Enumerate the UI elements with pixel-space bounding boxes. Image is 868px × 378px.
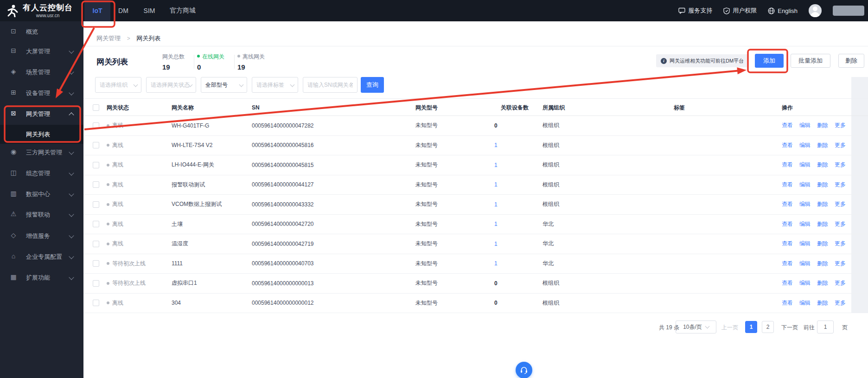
- edit-link[interactable]: 编辑: [799, 200, 811, 208]
- linked-devices-cell[interactable]: 1: [494, 254, 498, 274]
- linked-devices-cell[interactable]: 1: [494, 215, 498, 234]
- next-page-button[interactable]: 下一页: [781, 324, 798, 332]
- edit-link[interactable]: 编辑: [799, 279, 811, 287]
- delete-link[interactable]: 删除: [817, 181, 828, 189]
- tab-iot[interactable]: IoT: [84, 0, 110, 21]
- sidebar-item-gateway[interactable]: ⊠网关管理: [0, 107, 83, 120]
- row-checkbox[interactable]: [93, 221, 99, 227]
- view-link[interactable]: 查看: [782, 200, 793, 208]
- view-link[interactable]: 查看: [782, 161, 793, 169]
- page-number-2[interactable]: 2: [762, 321, 774, 333]
- sidebar-subitem-gateway-list[interactable]: 网关列表: [0, 125, 83, 144]
- more-link[interactable]: 更多: [835, 299, 846, 307]
- row-checkbox[interactable]: [93, 201, 99, 208]
- linked-devices-cell[interactable]: 1: [494, 195, 498, 214]
- delete-button[interactable]: 删除: [838, 54, 864, 68]
- add-button[interactable]: 添加: [755, 54, 784, 68]
- more-link[interactable]: 更多: [835, 181, 846, 189]
- user-permission-link[interactable]: 用户权限: [723, 6, 757, 15]
- sidebar-item-screen[interactable]: ⊟大屏管理: [0, 45, 83, 58]
- view-link[interactable]: 查看: [782, 141, 793, 149]
- sidebar-item-enterprise[interactable]: ⌂企业专属配置: [0, 250, 83, 263]
- linked-devices-cell[interactable]: 1: [494, 234, 498, 254]
- sidebar-item-overview[interactable]: ⊡概览: [0, 25, 83, 38]
- row-checkbox[interactable]: [93, 181, 99, 188]
- tab-sim[interactable]: SIM: [136, 0, 162, 21]
- delete-link[interactable]: 删除: [817, 279, 828, 287]
- gateway-status-select[interactable]: 请选择网关状态: [146, 77, 196, 93]
- customer-service-button[interactable]: [516, 362, 532, 378]
- delete-link[interactable]: 删除: [817, 161, 828, 169]
- row-checkbox[interactable]: [93, 162, 99, 168]
- more-link[interactable]: 更多: [835, 200, 846, 208]
- language-switch[interactable]: English: [768, 7, 798, 14]
- view-link[interactable]: 查看: [782, 279, 793, 287]
- page-number-1[interactable]: 1: [745, 321, 757, 333]
- more-link[interactable]: 更多: [835, 122, 846, 129]
- sn-search-input[interactable]: [303, 77, 357, 93]
- edit-link[interactable]: 编辑: [799, 141, 811, 149]
- edit-link[interactable]: 编辑: [799, 299, 811, 307]
- batch-add-button[interactable]: 批量添加: [791, 54, 830, 68]
- sidebar-item-label: 报警联动: [26, 211, 50, 219]
- edit-link[interactable]: 编辑: [799, 260, 811, 268]
- sidebar-item-value-added[interactable]: ◇增值服务: [0, 229, 83, 242]
- breadcrumb-parent[interactable]: 网关管理: [96, 35, 121, 42]
- goto-page-input[interactable]: [817, 320, 834, 333]
- delete-link[interactable]: 删除: [817, 260, 828, 268]
- breadcrumb-current: 网关列表: [136, 35, 160, 42]
- service-support-link[interactable]: 服务支持: [678, 6, 712, 15]
- view-link[interactable]: 查看: [782, 299, 793, 307]
- sidebar-item-scada[interactable]: ◫组态管理: [0, 167, 83, 179]
- delete-link[interactable]: 删除: [817, 220, 828, 228]
- sidebar-item-extension[interactable]: ▦扩展功能: [0, 271, 83, 284]
- sidebar-item-device[interactable]: ⊞设备管理: [0, 86, 83, 99]
- view-link[interactable]: 查看: [782, 220, 793, 228]
- edit-link[interactable]: 编辑: [799, 240, 811, 248]
- sidebar-item-third-party-gateway[interactable]: ◉三方网关管理: [0, 146, 83, 159]
- delete-link[interactable]: 删除: [817, 122, 828, 129]
- view-link[interactable]: 查看: [782, 181, 793, 189]
- delete-link[interactable]: 删除: [817, 299, 828, 307]
- more-link[interactable]: 更多: [835, 141, 846, 149]
- edit-link[interactable]: 编辑: [799, 122, 811, 129]
- sidebar-item-alarm[interactable]: ⚠报警联动: [0, 208, 83, 221]
- row-checkbox[interactable]: [93, 122, 99, 129]
- row-checkbox[interactable]: [93, 260, 99, 267]
- edit-link[interactable]: 编辑: [799, 220, 811, 228]
- row-checkbox[interactable]: [93, 142, 99, 148]
- page-size-select[interactable]: 10条/页: [676, 320, 716, 333]
- more-link[interactable]: 更多: [835, 220, 846, 228]
- model-select[interactable]: 全部型号: [201, 77, 247, 93]
- user-avatar[interactable]: [809, 4, 822, 17]
- tag-select[interactable]: 请选择标签: [252, 77, 298, 93]
- delete-link[interactable]: 删除: [817, 200, 828, 208]
- edit-link[interactable]: 编辑: [799, 161, 811, 169]
- status-dot-icon: [107, 124, 109, 127]
- sidebar-item-scene[interactable]: ◈场景管理: [0, 65, 83, 78]
- query-button[interactable]: 查询: [361, 77, 384, 93]
- delete-link[interactable]: 删除: [817, 141, 828, 149]
- row-checkbox[interactable]: [93, 241, 99, 247]
- view-link[interactable]: 查看: [782, 122, 793, 129]
- more-link[interactable]: 更多: [835, 260, 846, 268]
- edit-link[interactable]: 编辑: [799, 181, 811, 189]
- prev-page-button[interactable]: 上一页: [721, 324, 738, 332]
- delete-link[interactable]: 删除: [817, 240, 828, 248]
- tab-mall[interactable]: 官方商城: [162, 0, 203, 21]
- tab-dm[interactable]: DM: [110, 0, 136, 21]
- view-link[interactable]: 查看: [782, 260, 793, 268]
- linked-devices-cell[interactable]: 1: [494, 136, 498, 155]
- linked-devices-cell[interactable]: 1: [494, 155, 498, 175]
- row-checkbox[interactable]: [93, 300, 99, 306]
- app-logo[interactable]: 有人云控制台 www.usr.cn: [0, 4, 80, 18]
- more-link[interactable]: 更多: [835, 279, 846, 287]
- more-link[interactable]: 更多: [835, 240, 846, 248]
- row-checkbox[interactable]: [93, 280, 99, 287]
- org-select[interactable]: 请选择组织: [95, 77, 141, 93]
- sidebar-item-data-center[interactable]: ▥数据中心: [0, 187, 83, 200]
- linked-devices-cell[interactable]: 1: [494, 175, 498, 195]
- more-link[interactable]: 更多: [835, 161, 846, 169]
- select-all-checkbox[interactable]: [93, 104, 99, 111]
- view-link[interactable]: 查看: [782, 240, 793, 248]
